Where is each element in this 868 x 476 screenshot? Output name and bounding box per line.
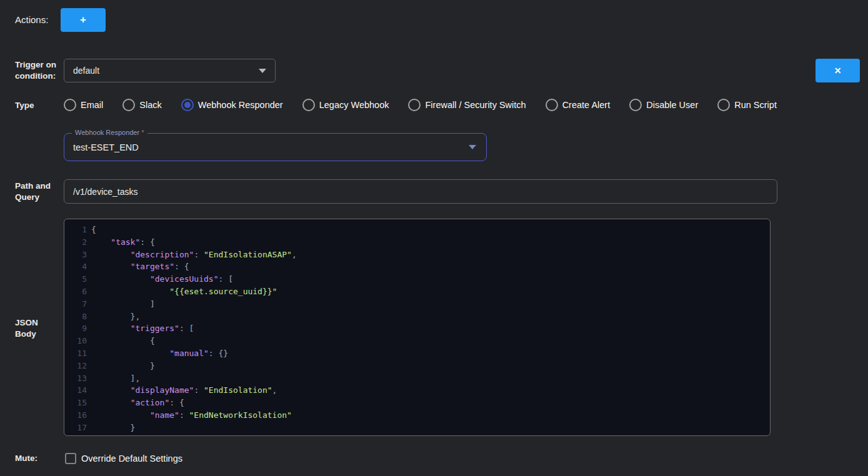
type-radio-disable-user[interactable]: Disable User (629, 99, 698, 111)
line-number: 8 (64, 310, 87, 323)
line-number: 15 (64, 397, 87, 409)
radio-dot (126, 102, 132, 108)
radio-icon (629, 99, 642, 111)
json-body-label: JSON Body (15, 317, 38, 340)
code-line: 3 "description": "EndIsolationASAP", (64, 249, 770, 261)
code-text: ], (87, 372, 140, 385)
line-number: 11 (64, 347, 87, 360)
code-text: "targets": { (87, 260, 189, 273)
line-number: 10 (64, 335, 87, 347)
line-number: 7 (64, 298, 87, 310)
code-text: } (87, 360, 155, 372)
code-line: 12 } (64, 360, 770, 372)
line-number: 1 (64, 224, 87, 236)
code-text: "triggers": [ (87, 322, 194, 335)
chevron-down-icon (259, 69, 266, 73)
code-line: 17 } (64, 422, 770, 434)
json-code-lines: 1{2 "task": {3 "description": "EndIsolat… (64, 224, 770, 436)
code-line: 6 "{{eset.source_uuid}}" (64, 285, 770, 298)
line-number: 6 (64, 285, 87, 298)
code-text: { (87, 224, 96, 236)
code-line: 5 "devicesUuids": [ (64, 273, 770, 285)
path-query-input[interactable] (64, 179, 777, 204)
radio-label: Webhook Responder (198, 100, 283, 110)
line-number: 4 (64, 260, 87, 273)
radio-icon (302, 99, 315, 111)
radio-icon (717, 99, 730, 111)
code-line: 10 { (64, 335, 770, 347)
code-text: "{{eset.source_uuid}}" (87, 285, 277, 298)
radio-label: Email (81, 100, 103, 110)
type-options: EmailSlackWebhook ResponderLegacy Webhoo… (64, 97, 777, 112)
webhook-responder-value: test-ESET_END (64, 142, 469, 152)
trigger-condition-value: default (64, 66, 259, 76)
webhook-responder-select[interactable]: Webhook Responder * test-ESET_END (64, 133, 487, 161)
radio-label: Firewall / Security Switch (425, 100, 526, 110)
trigger-condition-label: Trigger on condition: (15, 59, 56, 82)
remove-action-button[interactable]: ✕ (816, 59, 860, 82)
webhook-responder-floating-label: Webhook Responder * (72, 129, 147, 136)
line-number: 3 (64, 249, 87, 261)
radio-label: Slack (139, 100, 161, 110)
line-number: 14 (64, 384, 87, 397)
code-line: 7 ] (64, 298, 770, 310)
radio-dot (721, 102, 727, 108)
actions-label: Actions: (15, 14, 48, 25)
code-line: 8 }, (64, 310, 770, 323)
type-radio-legacy-webhook[interactable]: Legacy Webhook (302, 99, 389, 111)
close-icon: ✕ (834, 66, 842, 76)
code-text: { (87, 335, 155, 347)
line-number: 17 (64, 422, 87, 434)
radio-dot (306, 102, 312, 108)
line-number: 9 (64, 322, 87, 335)
radio-label: Legacy Webhook (319, 100, 389, 110)
type-radio-webhook-responder[interactable]: Webhook Responder (181, 99, 283, 111)
line-number: 16 (64, 409, 87, 422)
code-line: 16 "name": "EndNetworkIsolation" (64, 409, 770, 422)
code-line: 9 "triggers": [ (64, 322, 770, 335)
code-line: 11 "manual": {} (64, 347, 770, 360)
radio-icon (64, 99, 76, 111)
radio-label: Disable User (646, 100, 698, 110)
code-text: }, (87, 310, 140, 323)
override-default-settings-checkbox[interactable] (65, 453, 76, 464)
line-number: 12 (64, 360, 87, 372)
chevron-down-icon (469, 145, 476, 149)
radio-dot (67, 102, 73, 108)
type-radio-email[interactable]: Email (64, 99, 103, 111)
required-asterisk: * (141, 129, 144, 136)
line-number: 5 (64, 273, 87, 285)
code-line: 13 ], (64, 372, 770, 385)
code-line: 15 "action": { (64, 397, 770, 409)
line-number: 18 (64, 434, 87, 436)
code-text: "devicesUuids": [ (87, 273, 233, 285)
radio-label: Create Alert (562, 100, 611, 110)
code-text: } (87, 422, 135, 434)
code-text: "action": { (87, 397, 184, 409)
type-radio-run-script[interactable]: Run Script (717, 99, 777, 111)
code-line: 1{ (64, 224, 770, 236)
override-default-settings-label[interactable]: Override Default Settings (81, 454, 182, 464)
code-line: 14 "displayName": "EndIsolation", (64, 384, 770, 397)
code-line: 4 "targets": { (64, 260, 770, 273)
type-radio-slack[interactable]: Slack (122, 99, 161, 111)
radio-icon (122, 99, 135, 111)
radio-dot (411, 102, 417, 108)
add-action-button[interactable]: + (61, 8, 106, 32)
trigger-condition-select[interactable]: default (64, 59, 276, 82)
code-line: 18 } (64, 434, 770, 436)
line-number: 13 (64, 372, 87, 385)
type-radio-firewall-security-switch[interactable]: Firewall / Security Switch (408, 99, 526, 111)
code-text: } (87, 434, 116, 436)
plus-icon: + (80, 14, 86, 26)
code-text: ] (87, 298, 155, 310)
json-body-editor[interactable]: 1{2 "task": {3 "description": "EndIsolat… (64, 219, 771, 436)
code-text: "task": { (87, 236, 155, 249)
type-radio-create-alert[interactable]: Create Alert (546, 99, 611, 111)
code-text: "name": "EndNetworkIsolation" (87, 409, 292, 422)
radio-dot (632, 102, 639, 108)
code-text: "manual": {} (87, 347, 228, 360)
code-line: 2 "task": { (64, 236, 770, 249)
radio-label: Run Script (734, 100, 777, 110)
line-number: 2 (64, 236, 87, 249)
